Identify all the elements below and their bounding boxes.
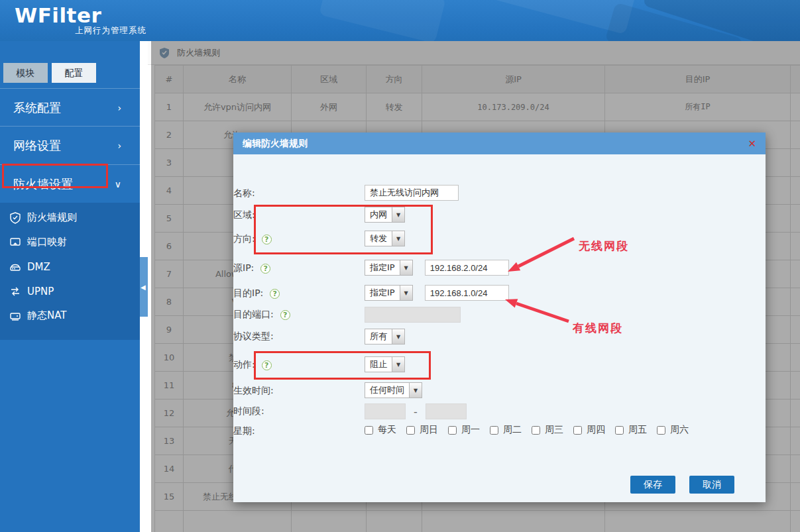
sidebar-collapse-icon[interactable]: ◀ bbox=[141, 284, 147, 291]
app-subtitle: 上网行为管理系统 bbox=[75, 25, 146, 36]
annotation-box-zone-direction bbox=[254, 205, 433, 254]
menu-network-settings[interactable]: 网络设置 › bbox=[0, 127, 140, 165]
name-input[interactable] bbox=[365, 185, 459, 201]
action-label: 动作: ? bbox=[233, 359, 272, 371]
week-option-label: 周一 bbox=[461, 424, 480, 436]
sidebar-menus: 系统配置 › 网络设置 › 防火墙设置 ∨ bbox=[0, 88, 140, 203]
help-icon[interactable]: ? bbox=[262, 360, 272, 370]
week-checkbox[interactable] bbox=[490, 426, 498, 435]
action-select[interactable]: 阻止 ▼ bbox=[365, 356, 405, 372]
week-label: 星期: bbox=[233, 425, 255, 437]
sidebar-item-port-mapping[interactable]: 端口映射 bbox=[0, 230, 140, 254]
direction-label-text: 方向: bbox=[233, 233, 255, 245]
week-option[interactable]: 周五 bbox=[615, 424, 647, 436]
week-option[interactable]: 周二 bbox=[490, 424, 522, 436]
page-root: WFilter 上网行为管理系统 模块 配置 系统配置 › 网络设置 › 防火墙… bbox=[0, 0, 800, 532]
dst-ip-label: 目的IP: ? bbox=[233, 288, 280, 299]
sidebar-item-dmz[interactable]: DMZ bbox=[0, 254, 140, 279]
src-ip-label-text: 源IP: bbox=[233, 262, 254, 274]
effective-time-label: 生效时间: bbox=[233, 385, 274, 397]
app-logo: WFilter bbox=[15, 3, 101, 27]
dst-ip-type-select[interactable]: 指定IP ▼ bbox=[365, 285, 413, 301]
dialog-titlebar[interactable]: 编辑防火墙规则 ✕ bbox=[233, 133, 766, 154]
firewall-submenu: 防火墙规则 端口映射 DMZ bbox=[0, 203, 140, 340]
dropdown-arrow-icon[interactable]: ▼ bbox=[392, 231, 404, 246]
direction-label: 方向: ? bbox=[233, 233, 272, 245]
sidebar: 模块 配置 系统配置 › 网络设置 › 防火墙设置 ∨ 防 bbox=[0, 41, 140, 532]
sub-item-label: DMZ bbox=[27, 261, 50, 273]
sub-item-label: 防火墙规则 bbox=[27, 211, 77, 224]
week-checkbox[interactable] bbox=[615, 426, 624, 435]
week-option-label: 周日 bbox=[420, 424, 438, 436]
dropdown-arrow-icon[interactable]: ▼ bbox=[392, 207, 404, 222]
week-option-label: 周二 bbox=[503, 424, 522, 436]
zone-value: 内网 bbox=[365, 207, 392, 222]
action-label-text: 动作: bbox=[233, 359, 255, 371]
action-value: 阻止 bbox=[365, 357, 392, 372]
help-icon[interactable]: ? bbox=[262, 235, 272, 244]
cancel-button[interactable]: 取消 bbox=[689, 476, 734, 494]
sidebar-item-upnp[interactable]: UPNP bbox=[0, 279, 140, 303]
week-checkbox[interactable] bbox=[532, 426, 540, 435]
week-checkbox[interactable] bbox=[573, 426, 582, 435]
menu-label: 系统配置 bbox=[13, 101, 61, 115]
dropdown-arrow-icon[interactable]: ▼ bbox=[392, 357, 404, 372]
help-icon[interactable]: ? bbox=[270, 289, 280, 299]
dropdown-arrow-icon[interactable]: ▼ bbox=[392, 329, 404, 344]
week-option[interactable]: 周四 bbox=[573, 424, 605, 436]
dst-ip-type-value: 指定IP bbox=[365, 286, 400, 300]
help-icon[interactable]: ? bbox=[280, 310, 290, 320]
dst-port-label-text: 目的端口: bbox=[233, 309, 274, 321]
week-option-label: 周四 bbox=[587, 424, 605, 436]
sidebar-item-firewall-rules[interactable]: 防火墙规则 bbox=[0, 205, 140, 230]
sub-item-label: 静态NAT bbox=[27, 309, 66, 322]
wireless-segment-annotation: 无线网段 bbox=[579, 239, 629, 254]
app-header: WFilter 上网行为管理系统 bbox=[0, 0, 800, 41]
dialog-title: 编辑防火墙规则 bbox=[243, 138, 308, 150]
dst-ip-label-text: 目的IP: bbox=[233, 288, 263, 299]
dst-port-label: 目的端口: ? bbox=[233, 309, 290, 321]
zone-select[interactable]: 内网 ▼ bbox=[365, 207, 405, 223]
time-range-separator: - bbox=[414, 405, 418, 418]
week-option[interactable]: 每天 bbox=[365, 424, 396, 436]
week-checkbox[interactable] bbox=[406, 426, 415, 435]
menu-system-config[interactable]: 系统配置 › bbox=[0, 88, 140, 127]
week-checkbox[interactable] bbox=[657, 426, 665, 435]
server-icon bbox=[9, 261, 21, 273]
menu-firewall-settings[interactable]: 防火墙设置 ∨ bbox=[0, 165, 140, 203]
protocol-value: 所有 bbox=[365, 329, 392, 344]
effective-time-select[interactable]: 任何时间 ▼ bbox=[365, 382, 422, 398]
chevron-right-icon: › bbox=[117, 127, 121, 165]
sub-item-label: 端口映射 bbox=[27, 236, 67, 248]
sub-item-label: UPNP bbox=[27, 286, 54, 297]
dst-port-input bbox=[365, 307, 461, 323]
src-ip-input[interactable] bbox=[425, 260, 509, 276]
week-checkbox[interactable] bbox=[365, 426, 373, 435]
drive-icon bbox=[9, 310, 21, 322]
help-icon[interactable]: ? bbox=[260, 264, 270, 274]
protocol-select[interactable]: 所有 ▼ bbox=[365, 329, 405, 345]
src-ip-type-select[interactable]: 指定IP ▼ bbox=[365, 260, 413, 276]
week-option[interactable]: 周日 bbox=[406, 424, 438, 436]
src-ip-type-value: 指定IP bbox=[365, 260, 400, 275]
week-option[interactable]: 周一 bbox=[448, 424, 480, 436]
sidebar-item-static-nat[interactable]: 静态NAT bbox=[0, 303, 140, 328]
shield-check-icon bbox=[9, 212, 21, 224]
save-button[interactable]: 保存 bbox=[630, 476, 675, 494]
direction-select[interactable]: 转发 ▼ bbox=[365, 231, 405, 246]
tab-config[interactable]: 配置 bbox=[52, 63, 96, 83]
zone-label: 区域: bbox=[233, 209, 255, 221]
tab-modules[interactable]: 模块 bbox=[3, 63, 48, 83]
src-ip-label: 源IP: ? bbox=[233, 262, 270, 274]
week-option-label: 每天 bbox=[378, 424, 396, 436]
dropdown-arrow-icon[interactable]: ▼ bbox=[409, 383, 422, 398]
week-option-label: 周五 bbox=[628, 424, 647, 436]
close-icon[interactable]: ✕ bbox=[748, 138, 756, 150]
dropdown-arrow-icon[interactable]: ▼ bbox=[400, 260, 412, 275]
dst-ip-input[interactable] bbox=[425, 285, 509, 301]
time-from-input bbox=[365, 403, 406, 419]
week-option[interactable]: 周三 bbox=[532, 424, 563, 436]
dropdown-arrow-icon[interactable]: ▼ bbox=[400, 286, 412, 300]
week-checkbox[interactable] bbox=[448, 426, 457, 435]
week-option[interactable]: 周六 bbox=[657, 424, 689, 436]
